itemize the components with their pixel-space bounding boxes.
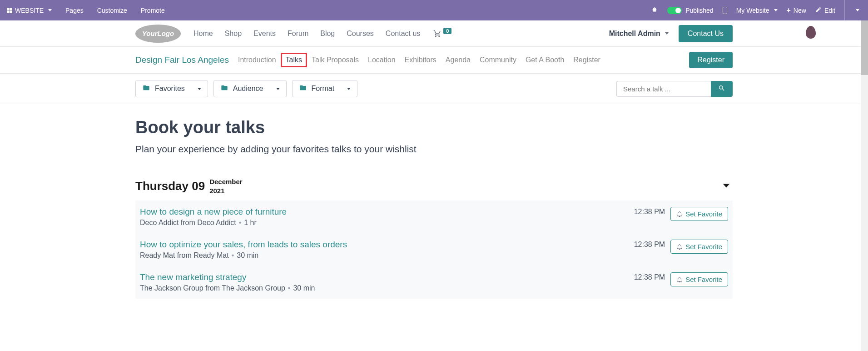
caret-down-icon xyxy=(665,32,669,35)
nav-shop[interactable]: Shop xyxy=(225,30,242,38)
talk-main: The new marketing strategy The Jackson G… xyxy=(140,272,634,292)
talk-main: How to optimize your sales, from leads t… xyxy=(140,240,634,260)
set-favorite-button[interactable]: Set Favorite xyxy=(670,240,728,254)
pages-menu[interactable]: Pages xyxy=(65,7,84,14)
register-button[interactable]: Register xyxy=(689,52,733,68)
caret-down-icon xyxy=(198,88,201,90)
talk-row: The new marketing strategy The Jackson G… xyxy=(135,266,733,299)
set-favorite-button[interactable]: Set Favorite xyxy=(670,207,728,221)
nav-home[interactable]: Home xyxy=(193,30,213,38)
filterbar-wrap: Favorites Audience Format xyxy=(0,74,868,104)
day-name: Thursday 09 xyxy=(135,179,205,193)
cart-button[interactable]: 0 xyxy=(433,30,451,38)
event-subnav: Design Fair Los Angeles Introduction Tal… xyxy=(129,47,739,73)
cart-count-badge: 0 xyxy=(443,28,451,34)
folder-icon xyxy=(142,84,150,93)
apps-icon xyxy=(7,8,12,13)
new-button[interactable]: + New xyxy=(787,6,806,15)
main-nav-right: Mitchell Admin Contact Us xyxy=(609,25,733,42)
set-favorite-button[interactable]: Set Favorite xyxy=(670,272,728,286)
talk-subtitle: Deco Addict from Deco Addict•1 hr xyxy=(140,219,634,227)
tab-community[interactable]: Community xyxy=(475,53,521,67)
cart-icon xyxy=(433,30,442,38)
folder-icon xyxy=(220,84,228,93)
plus-icon: + xyxy=(787,6,791,15)
main-nav-links: Home Shop Events Forum Blog Courses Cont… xyxy=(193,30,420,38)
tab-location[interactable]: Location xyxy=(363,53,400,67)
day-month: December xyxy=(209,177,243,186)
talk-subtitle: Ready Mat from Ready Mat•30 min xyxy=(140,251,634,260)
page-content: Book your talks Plan your experience by … xyxy=(129,104,739,308)
day-collapse-toggle[interactable] xyxy=(720,181,733,192)
nav-courses[interactable]: Courses xyxy=(347,30,374,38)
publish-toggle[interactable] xyxy=(667,7,682,14)
tab-talks[interactable]: Talks xyxy=(286,56,302,64)
event-title[interactable]: Design Fair Los Angeles xyxy=(135,55,229,65)
more-menu-caret[interactable] xyxy=(856,9,859,11)
filterbar: Favorites Audience Format xyxy=(129,74,739,104)
filter-favorites[interactable]: Favorites xyxy=(135,80,208,97)
talk-title-link[interactable]: How to design a new piece of furniture xyxy=(140,207,634,217)
topbar-left: WEBSITE Pages Customize Promote xyxy=(7,7,165,14)
scrollbar[interactable] xyxy=(861,20,868,308)
tab-proposals[interactable]: Talk Proposals xyxy=(307,53,363,67)
caret-down-icon xyxy=(276,88,280,90)
day-header: Thursday 09 December 2021 xyxy=(135,177,733,195)
talk-time: 12:38 PM xyxy=(634,240,665,249)
chevron-down-icon xyxy=(720,181,733,191)
talk-time: 12:38 PM xyxy=(634,272,665,281)
caret-down-icon xyxy=(48,9,52,11)
website-label: WEBSITE xyxy=(15,7,44,14)
day-meta: December 2021 xyxy=(209,177,243,195)
contact-us-button[interactable]: Contact Us xyxy=(679,25,733,42)
talks-list: How to design a new piece of furniture D… xyxy=(135,201,733,299)
day-year: 2021 xyxy=(209,186,243,196)
event-tabs: Introduction Talks Talk Proposals Locati… xyxy=(233,53,605,67)
caret-down-icon xyxy=(347,88,351,90)
user-menu[interactable]: Mitchell Admin xyxy=(609,30,669,38)
published-label: Published xyxy=(685,7,714,14)
search-button[interactable] xyxy=(711,81,733,97)
tab-agenda[interactable]: Agenda xyxy=(441,53,475,67)
tab-talks-highlight: Talks xyxy=(281,53,307,67)
filter-format[interactable]: Format xyxy=(292,80,358,97)
event-subnav-wrap: Design Fair Los Angeles Introduction Tal… xyxy=(0,47,868,74)
theme-drop-icon xyxy=(806,26,816,39)
tab-booth[interactable]: Get A Booth xyxy=(521,53,569,67)
scrollbar-thumb[interactable] xyxy=(861,20,868,75)
nav-forum[interactable]: Forum xyxy=(288,30,308,38)
talk-subtitle: The Jackson Group from The Jackson Group… xyxy=(140,284,634,292)
folder-icon xyxy=(299,84,307,93)
customize-menu[interactable]: Customize xyxy=(97,7,127,14)
pencil-icon xyxy=(815,6,822,14)
search-icon xyxy=(718,85,725,92)
promote-menu[interactable]: Promote xyxy=(141,7,165,14)
bell-icon xyxy=(676,211,683,217)
page-heading: Book your talks xyxy=(135,118,733,137)
website-menu[interactable]: WEBSITE xyxy=(7,7,52,14)
bell-icon xyxy=(676,276,683,283)
talk-row: How to optimize your sales, from leads t… xyxy=(135,233,733,266)
publish-toggle-group: Published xyxy=(667,7,714,14)
filter-audience[interactable]: Audience xyxy=(213,80,287,97)
search-input[interactable] xyxy=(616,81,711,97)
talk-main: How to design a new piece of furniture D… xyxy=(140,207,634,227)
tab-introduction[interactable]: Introduction xyxy=(233,53,281,67)
talk-row: How to design a new piece of furniture D… xyxy=(135,201,733,233)
talk-title-link[interactable]: The new marketing strategy xyxy=(140,272,634,282)
talk-title-link[interactable]: How to optimize your sales, from leads t… xyxy=(140,240,634,250)
main-nav-wrap: YourLogo Home Shop Events Forum Blog Cou… xyxy=(0,20,868,47)
edit-button[interactable]: Edit xyxy=(815,6,835,14)
topbar-right: Published My Website + New Edit xyxy=(651,0,861,20)
tab-register[interactable]: Register xyxy=(569,53,605,67)
admin-topbar: WEBSITE Pages Customize Promote Publishe… xyxy=(0,0,868,20)
mobile-preview-icon[interactable] xyxy=(723,7,727,14)
bug-icon[interactable] xyxy=(651,6,658,15)
caret-down-icon xyxy=(774,9,778,11)
nav-blog[interactable]: Blog xyxy=(320,30,335,38)
tab-exhibitors[interactable]: Exhibitors xyxy=(400,53,441,67)
nav-events[interactable]: Events xyxy=(253,30,276,38)
site-logo[interactable]: YourLogo xyxy=(135,25,181,43)
website-selector[interactable]: My Website xyxy=(736,7,778,14)
nav-contact[interactable]: Contact us xyxy=(386,30,420,38)
